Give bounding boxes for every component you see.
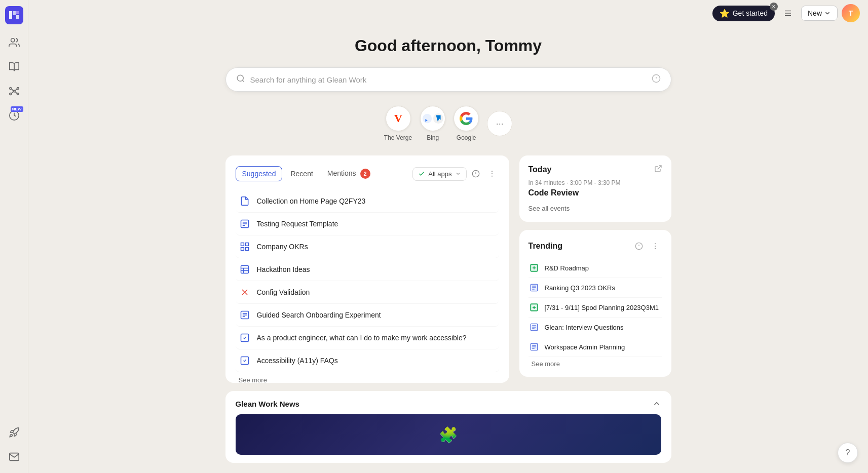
suggestion-text: Testing Request Template <box>257 220 338 228</box>
sidebar-item-knowledge[interactable] <box>4 57 24 77</box>
app-logo[interactable] <box>5 6 23 24</box>
mentions-badge: 2 <box>360 169 370 179</box>
trending-text: Glean: Interview Questions <box>545 324 624 331</box>
suggestion-item[interactable]: Company OKRs <box>236 235 499 258</box>
event-time: In 34 minutes · 3:00 PM - 3:30 PM <box>529 179 662 186</box>
doc-lines-icon <box>239 218 251 230</box>
sidebar: NEW <box>0 0 28 473</box>
trending-item[interactable]: Ranking Q3 2023 OKRs <box>529 278 662 298</box>
search-input[interactable] <box>250 75 647 84</box>
svg-point-3 <box>9 88 11 90</box>
suggestion-item[interactable]: Collection on Home Page Q2FY23 <box>236 190 499 213</box>
suggestion-item[interactable]: Guided Search Onboarding Experiment <box>236 304 499 327</box>
blue-lines3-icon <box>529 341 540 352</box>
bing-icon <box>420 106 445 131</box>
new-button[interactable]: New <box>801 6 838 21</box>
svg-line-10 <box>15 92 17 94</box>
settings-button[interactable] <box>779 4 797 22</box>
svg-line-9 <box>11 92 13 94</box>
get-started-button[interactable]: ⭐ Get started ✕ <box>712 6 775 21</box>
external-link-icon[interactable] <box>654 165 662 174</box>
trending-title: Trending <box>529 242 563 251</box>
trending-item[interactable]: R&D Roadmap <box>529 258 662 278</box>
see-more-suggestions[interactable]: See more <box>236 372 499 383</box>
see-more-trending[interactable]: See more <box>529 357 662 368</box>
sidebar-bottom <box>4 422 24 467</box>
trending-more-icon[interactable] <box>648 239 662 253</box>
suggestion-item[interactable]: Hackathon Ideas <box>236 258 499 281</box>
user-avatar[interactable]: T <box>842 4 860 22</box>
svg-rect-33 <box>241 243 244 246</box>
search-container <box>225 67 671 92</box>
doc-lines2-icon <box>239 309 251 321</box>
svg-point-53 <box>655 243 656 244</box>
search-bar <box>225 67 671 92</box>
news-section: Glean Work News 🧩 <box>225 391 671 463</box>
blue-lines2-icon <box>529 322 540 333</box>
get-started-label: Get started <box>733 9 768 17</box>
grid-icon <box>239 241 251 253</box>
google-label: Google <box>457 134 476 141</box>
doc-icon <box>239 195 251 207</box>
news-title: Glean Work News <box>236 400 299 408</box>
suggestion-text: As a product engineer, what can I do to … <box>257 334 467 342</box>
trending-text: [7/31 - 9/11] Spod Planning 2023Q3M1 <box>545 304 659 311</box>
svg-point-4 <box>17 88 19 90</box>
source-more[interactable]: ··· <box>487 111 512 136</box>
sidebar-item-mail[interactable] <box>4 447 24 467</box>
main-content: ⭐ Get started ✕ New T Good afternoon, To… <box>28 0 868 473</box>
suggestion-text: Hackathon Ideas <box>257 265 310 273</box>
close-get-started-button[interactable]: ✕ <box>770 3 778 11</box>
trending-actions <box>632 239 662 253</box>
suggestion-item[interactable]: As a product engineer, what can I do to … <box>236 327 499 349</box>
svg-point-2 <box>13 90 15 92</box>
more-sources-icon: ··· <box>487 111 512 136</box>
trending-text: Workspace Admin Planning <box>545 343 625 351</box>
sidebar-item-rocket[interactable] <box>4 422 24 443</box>
tab-suggested[interactable]: Suggested <box>236 166 283 181</box>
svg-point-15 <box>237 75 243 81</box>
check-box2-icon <box>239 354 251 367</box>
suggestion-item[interactable]: Config Validation <box>236 281 499 304</box>
trending-item[interactable]: Workspace Admin Planning <box>529 337 662 357</box>
sidebar-item-activity[interactable]: NEW <box>4 105 24 126</box>
suggestion-item[interactable]: Testing Request Template <box>236 213 499 235</box>
sidebar-item-graph[interactable] <box>4 81 24 101</box>
suggestions-info-button[interactable] <box>469 167 483 181</box>
filter-all-apps-button[interactable]: All apps <box>412 167 466 181</box>
svg-rect-37 <box>241 266 248 273</box>
new-label: New <box>808 9 822 17</box>
trending-item[interactable]: [7/31 - 9/11] Spod Planning 2023Q3M1 <box>529 298 662 318</box>
calendar-header: Today <box>529 165 662 174</box>
board-icon <box>239 263 251 275</box>
source-bing[interactable]: Bing <box>420 106 445 141</box>
verge-label: The Verge <box>384 134 412 141</box>
search-info-icon[interactable] <box>652 74 661 85</box>
svg-line-7 <box>11 89 13 91</box>
google-icon <box>454 106 479 131</box>
green-plus2-icon <box>529 302 540 313</box>
suggestion-text: Company OKRs <box>257 243 308 251</box>
svg-rect-34 <box>245 243 248 246</box>
svg-rect-35 <box>241 248 244 251</box>
source-google[interactable]: Google <box>454 106 479 141</box>
suggestions-more-button[interactable] <box>485 167 499 181</box>
source-verge[interactable]: V The Verge <box>384 106 412 141</box>
star-icon: ⭐ <box>720 9 730 18</box>
help-button[interactable]: ? <box>838 443 858 463</box>
news-image: 🧩 <box>236 414 661 455</box>
tab-recent[interactable]: Recent <box>284 167 319 181</box>
blue-lines-icon <box>529 282 540 293</box>
news-header[interactable]: Glean Work News <box>236 399 661 408</box>
new-badge: NEW <box>11 106 23 112</box>
trending-info-icon[interactable] <box>632 239 646 253</box>
suggestion-item[interactable]: Accessibility (A11y) FAQs <box>236 349 499 372</box>
greeting-text: Good afternoon, Tommy <box>355 36 542 55</box>
tab-mentions[interactable]: Mentions 2 <box>321 166 376 182</box>
see-all-events-link[interactable]: See all events <box>529 205 570 212</box>
trending-item[interactable]: Glean: Interview Questions <box>529 318 662 337</box>
tabs-row: Suggested Recent Mentions 2 All apps <box>236 166 499 182</box>
sidebar-item-people[interactable] <box>4 32 24 53</box>
right-panel: Today In 34 minutes · 3:00 PM - 3:30 PM … <box>519 155 671 383</box>
news-collapse-icon <box>652 399 661 408</box>
